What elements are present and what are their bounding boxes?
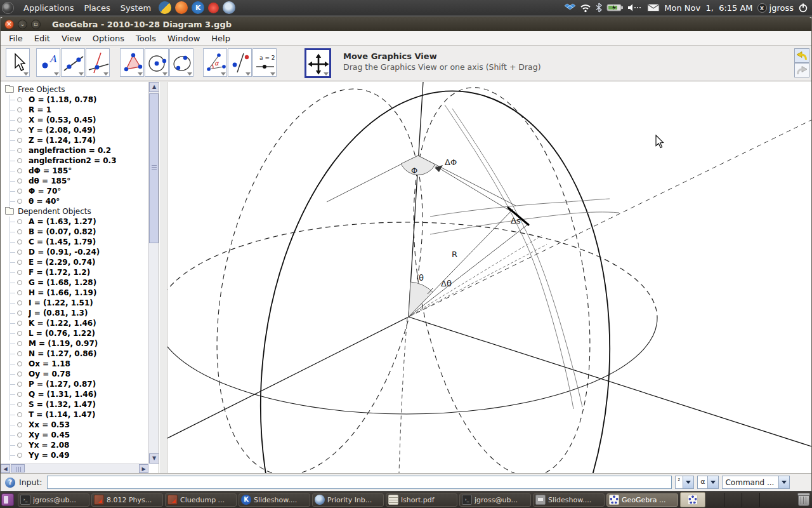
meridian-arc-2[interactable]: [452, 109, 582, 407]
algebra-vertical-scrollbar[interactable]: ▲ ▼: [148, 82, 159, 464]
algebra-object[interactable]: D = (0.91, -0.24): [1, 247, 148, 257]
tool-move-graphics-view[interactable]: [304, 48, 331, 78]
titlebar[interactable]: × ⌄ ▫ GeoGebra - 2010-10-28 Diagram 3.gg…: [1, 17, 811, 31]
exponent-dropdown[interactable]: ²: [675, 476, 695, 489]
scrollbar-thumb[interactable]: [11, 464, 25, 472]
object-visibility-toggle[interactable]: [17, 229, 22, 234]
object-visibility-toggle[interactable]: [17, 382, 22, 387]
split-pane-divider[interactable]: [160, 82, 167, 473]
tool-conic-five-points[interactable]: [169, 48, 193, 77]
taskbar-window-button[interactable]: jgross@ub...: [459, 493, 531, 507]
tool-perpendicular-line[interactable]: [86, 48, 110, 77]
battery-icon[interactable]: [606, 3, 623, 12]
scrollbar-thumb[interactable]: [149, 93, 159, 243]
object-visibility-toggle[interactable]: [17, 371, 22, 377]
firefox-icon[interactable]: [175, 1, 188, 14]
taskbar-window-button[interactable]: Cluedump ...: [165, 493, 237, 507]
panel-menu[interactable]: Applications: [18, 1, 79, 15]
algebra-object[interactable]: θ = 40°: [1, 196, 148, 206]
object-visibility-toggle[interactable]: [17, 402, 22, 407]
trash-icon[interactable]: [798, 494, 809, 506]
oblique-dashed-axis[interactable]: [409, 120, 811, 317]
taskbar-window-button[interactable]: Slideshow....: [533, 493, 605, 507]
object-visibility-toggle[interactable]: [17, 280, 22, 285]
algebra-object[interactable]: I = (1.22, 1.51): [1, 298, 148, 308]
algebra-object[interactable]: Q = (1.31, 1.46): [1, 389, 148, 399]
algebra-object[interactable]: O = (1.18, 0.78): [1, 95, 148, 105]
sphere-outline[interactable]: [235, 82, 635, 473]
python-icon[interactable]: [159, 1, 171, 14]
object-visibility-toggle[interactable]: [17, 311, 22, 316]
algebra-object[interactable]: J = (0.81, 1.3): [1, 308, 148, 318]
minimize-icon[interactable]: ⌄: [18, 20, 27, 29]
object-visibility-toggle[interactable]: [17, 351, 22, 356]
object-visibility-toggle[interactable]: [17, 392, 22, 397]
algebra-object[interactable]: Φ = 70°: [1, 186, 148, 196]
axis-meridian-lower[interactable]: [399, 318, 407, 473]
object-visibility-toggle[interactable]: [17, 199, 22, 204]
algebra-object[interactable]: Z = (1.24, 1.74): [1, 135, 148, 145]
algebra-object[interactable]: R = 1: [1, 105, 148, 115]
algebra-object[interactable]: E = (2.29, 0.74): [1, 257, 148, 267]
taskbar-window-button[interactable]: jgross@ub...: [18, 493, 89, 507]
alert-icon[interactable]: [208, 3, 219, 13]
object-visibility-toggle[interactable]: [17, 331, 22, 336]
object-visibility-toggle[interactable]: [17, 321, 22, 326]
phi-angle-sector[interactable]: [401, 156, 435, 175]
algebra-object[interactable]: C = (1.45, 1.79): [1, 237, 148, 247]
scroll-right-icon[interactable]: ▶: [139, 464, 148, 473]
algebra-object[interactable]: Xx = 0.53: [1, 420, 148, 430]
algebra-object[interactable]: A = (1.63, 1.27): [1, 217, 148, 227]
object-visibility-toggle[interactable]: [17, 158, 22, 163]
object-visibility-toggle[interactable]: [17, 168, 22, 173]
mail-icon[interactable]: [647, 3, 660, 12]
algebra-object[interactable]: Yx = 2.08: [1, 440, 148, 450]
tool-reflect-about-line[interactable]: [228, 48, 252, 77]
meridian-dashed-left[interactable]: [183, 82, 457, 473]
theta-angle-sector[interactable]: [409, 282, 433, 317]
object-visibility-toggle[interactable]: [17, 453, 22, 458]
object-visibility-toggle[interactable]: [17, 432, 22, 438]
help-icon[interactable]: ?: [5, 478, 15, 488]
object-visibility-toggle[interactable]: [17, 117, 22, 123]
algebra-object[interactable]: anglefraction = 0.2: [1, 145, 148, 156]
menu-item[interactable]: View: [56, 32, 87, 45]
algebra-object[interactable]: Ox = 1.18: [1, 359, 148, 369]
chevron-down-icon[interactable]: [778, 476, 789, 488]
scroll-up-icon[interactable]: ▲: [149, 82, 159, 92]
object-visibility-toggle[interactable]: [17, 178, 22, 184]
algebra-object[interactable]: dθ = 185°: [1, 176, 148, 186]
taskbar-window-button[interactable]: 8.012 Phys...: [91, 493, 163, 507]
tool-polygon[interactable]: [120, 48, 144, 77]
object-visibility-toggle[interactable]: [17, 107, 22, 112]
menu-item[interactable]: Help: [206, 32, 236, 45]
redo-button[interactable]: [794, 63, 809, 77]
taskbar-window-button[interactable]: Slideshow....: [239, 493, 310, 507]
object-visibility-toggle[interactable]: [17, 239, 22, 244]
command-dropdown[interactable]: Command ...: [722, 476, 790, 489]
algebra-object[interactable]: anglefraction2 = 0.3: [1, 156, 148, 166]
tool-move[interactable]: [6, 48, 30, 77]
wifi-icon[interactable]: [580, 3, 591, 13]
tool-new-point[interactable]: A: [36, 48, 60, 77]
undo-button[interactable]: [794, 48, 809, 63]
algebra-object[interactable]: Xy = 0.45: [1, 430, 148, 440]
graphics-view[interactable]: Φ ΔΦ Δs R θ Δθ: [167, 82, 811, 473]
object-visibility-toggle[interactable]: [17, 148, 22, 153]
power-icon[interactable]: [798, 3, 808, 13]
panel-menu[interactable]: Places: [79, 1, 115, 15]
equator-front[interactable]: [167, 318, 657, 414]
scroll-down-icon[interactable]: ▼: [149, 453, 159, 464]
geogebra-icon-button[interactable]: [680, 492, 705, 507]
object-visibility-toggle[interactable]: [17, 250, 22, 255]
taskbar-window-button[interactable]: lshort.pdf: [386, 493, 457, 507]
user-menu[interactable]: x jgross: [757, 3, 794, 13]
maximize-icon[interactable]: ▫: [31, 20, 41, 29]
object-visibility-toggle[interactable]: [17, 128, 22, 133]
distributor-logo-icon[interactable]: [2, 2, 14, 14]
scroll-left-icon[interactable]: ◀: [1, 464, 10, 473]
object-visibility-toggle[interactable]: [17, 361, 22, 366]
algebra-object[interactable]: dΦ = 185°: [1, 166, 148, 176]
menu-item[interactable]: Edit: [29, 32, 56, 45]
object-visibility-toggle[interactable]: [17, 422, 22, 427]
